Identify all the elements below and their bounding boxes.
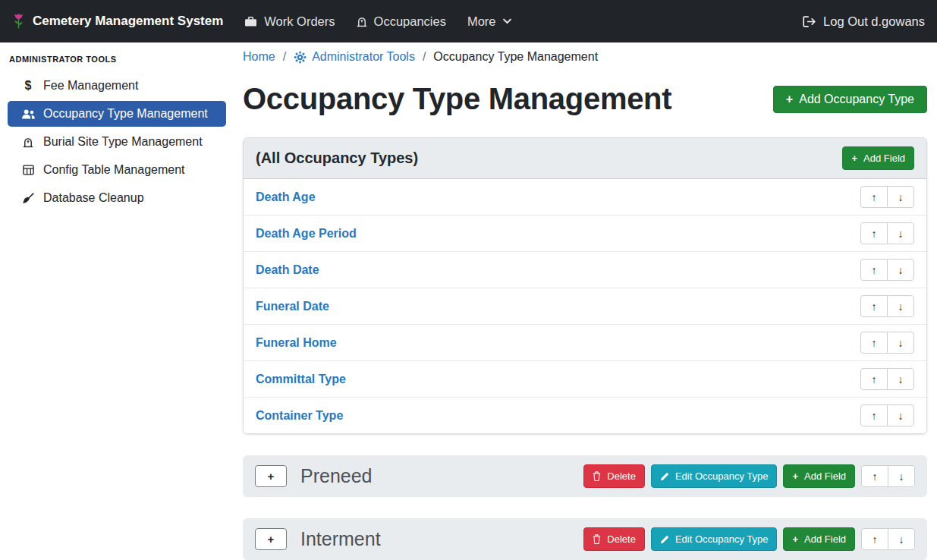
field-row: Container Type ↑ ↓ <box>244 397 926 433</box>
move-up-button[interactable]: ↑ <box>860 404 888 426</box>
plus-icon: + <box>786 93 793 106</box>
reorder-button-group: ↑ ↓ <box>860 222 914 244</box>
sidebar-item-config-table-management[interactable]: Config Table Management <box>8 157 226 183</box>
move-up-button[interactable]: ↑ <box>860 368 888 390</box>
delete-button[interactable]: Delete <box>583 464 645 488</box>
primary-nav: Work Orders Occupancies More <box>234 8 521 35</box>
occupancy-type-section-preneed: + Preneed Delete <box>243 455 927 497</box>
move-down-button[interactable]: ↓ <box>887 332 914 354</box>
move-down-button[interactable]: ↓ <box>887 368 914 390</box>
move-up-button[interactable]: ↑ <box>861 465 888 487</box>
top-navbar: Cemetery Management System Work Orders O… <box>0 0 937 42</box>
add-occupancy-type-button[interactable]: + Add Occupancy Type <box>773 86 927 113</box>
app-title: Cemetery Management System <box>33 14 223 29</box>
field-link-committal-type[interactable]: Committal Type <box>256 373 346 386</box>
sidebar-item-fee-management[interactable]: $ Fee Management <box>8 73 226 99</box>
field-link-funeral-date[interactable]: Funeral Date <box>256 300 329 313</box>
panel-header: (All Occupancy Types) + Add Field <box>244 138 926 179</box>
breadcrumb-separator: / <box>423 50 426 64</box>
field-row: Funeral Date ↑ ↓ <box>244 288 926 324</box>
work-orders-icon <box>244 16 257 27</box>
move-down-button[interactable]: ↓ <box>887 404 914 426</box>
panel-title: (All Occupancy Types) <box>256 149 418 167</box>
edit-occupancy-type-button[interactable]: Edit Occupancy Type <box>651 464 778 488</box>
chevron-down-icon <box>503 18 511 24</box>
add-field-button[interactable]: + Add Field <box>842 146 914 170</box>
sidebar-item-burial-site-type-management[interactable]: Burial Site Type Management <box>8 129 226 155</box>
page-header: Occupancy Type Management + Add Occupanc… <box>243 82 927 116</box>
field-row: Death Age Period ↑ ↓ <box>244 215 926 251</box>
page-title: Occupancy Type Management <box>243 82 671 116</box>
edit-occupancy-type-button[interactable]: Edit Occupancy Type <box>651 527 778 551</box>
field-row: Committal Type ↑ ↓ <box>244 360 926 397</box>
breadcrumb-home-link[interactable]: Home <box>243 50 275 64</box>
field-link-death-date[interactable]: Death Date <box>256 263 319 277</box>
breadcrumb-administrator-tools-link[interactable]: Administrator Tools <box>294 50 415 64</box>
field-row: Death Age ↑ ↓ <box>244 179 926 215</box>
plus-icon: + <box>851 153 857 164</box>
add-field-button[interactable]: + Add Field <box>783 527 855 551</box>
flower-logo-icon <box>12 13 25 30</box>
move-down-button[interactable]: ↓ <box>887 186 914 208</box>
move-down-button[interactable]: ↓ <box>887 295 914 317</box>
field-row: Funeral Home ↑ ↓ <box>244 324 926 360</box>
tombstone-icon <box>20 137 36 148</box>
broom-icon <box>20 193 36 204</box>
pencil-icon <box>660 472 669 481</box>
section-actions: Delete Edit Occupancy Type + Add Field ↑ <box>583 527 915 551</box>
sidebar-item-label: Fee Management <box>43 79 138 93</box>
sidebar-item-database-cleanup[interactable]: Database Cleanup <box>8 185 226 211</box>
field-row: Death Date ↑ ↓ <box>244 251 926 288</box>
reorder-button-group: ↑ ↓ <box>860 259 914 281</box>
reorder-button-group: ↑ ↓ <box>861 465 915 487</box>
move-up-button[interactable]: ↑ <box>860 259 888 281</box>
sidebar-item-label: Config Table Management <box>43 163 185 177</box>
breadcrumb-current: Occupancy Type Management <box>433 50 598 64</box>
sidebar-heading: Administrator Tools <box>8 49 226 73</box>
move-down-button[interactable]: ↓ <box>888 528 915 550</box>
occupancy-type-section-interment: + Interment Delete <box>243 518 927 560</box>
move-down-button[interactable]: ↓ <box>887 259 914 281</box>
field-link-funeral-home[interactable]: Funeral Home <box>256 336 337 350</box>
nav-work-orders[interactable]: Work Orders <box>234 8 345 35</box>
sidebar-item-label: Database Cleanup <box>43 191 144 205</box>
sidebar-item-label: Occupancy Type Management <box>43 107 208 121</box>
field-link-death-age-period[interactable]: Death Age Period <box>256 227 357 241</box>
move-up-button[interactable]: ↑ <box>860 186 888 208</box>
main-content: Home / Administrator Tools / Occupancy T… <box>228 42 937 560</box>
breadcrumb: Home / Administrator Tools / Occupancy T… <box>243 50 927 64</box>
delete-button[interactable]: Delete <box>583 527 645 551</box>
logout-icon <box>803 16 816 27</box>
move-up-button[interactable]: ↑ <box>861 528 888 550</box>
expand-section-button[interactable]: + <box>255 465 287 487</box>
section-title: Preneed <box>300 465 373 487</box>
sidebar-item-label: Burial Site Type Management <box>43 135 203 149</box>
app-brand[interactable]: Cemetery Management System <box>12 13 223 30</box>
pencil-icon <box>660 535 669 544</box>
move-up-button[interactable]: ↑ <box>860 222 888 244</box>
trash-icon <box>593 471 601 481</box>
sidebar-item-occupancy-type-management[interactable]: Occupancy Type Management <box>8 101 226 127</box>
trash-icon <box>593 534 601 544</box>
section-actions: Delete Edit Occupancy Type + Add Field ↑ <box>583 464 915 488</box>
nav-occupancies[interactable]: Occupancies <box>346 8 457 35</box>
field-link-container-type[interactable]: Container Type <box>256 409 343 423</box>
reorder-button-group: ↑ ↓ <box>860 332 914 354</box>
plus-icon: + <box>792 470 798 482</box>
occupancies-icon <box>357 16 367 27</box>
field-link-death-age[interactable]: Death Age <box>256 190 316 204</box>
reorder-button-group: ↑ ↓ <box>860 295 914 317</box>
move-up-button[interactable]: ↑ <box>860 332 888 354</box>
add-field-button[interactable]: + Add Field <box>783 464 855 488</box>
nav-more[interactable]: More <box>457 8 522 35</box>
logout-link[interactable]: Log Out d.gowans <box>803 14 925 29</box>
move-down-button[interactable]: ↓ <box>888 465 915 487</box>
section-title: Interment <box>300 528 381 550</box>
admin-tools-sidebar: Administrator Tools $ Fee Management Occ… <box>0 42 228 560</box>
move-down-button[interactable]: ↓ <box>887 222 914 244</box>
expand-section-button[interactable]: + <box>255 528 287 550</box>
reorder-button-group: ↑ ↓ <box>860 404 914 426</box>
gear-icon <box>294 51 307 64</box>
move-up-button[interactable]: ↑ <box>860 295 888 317</box>
plus-icon: + <box>792 533 798 545</box>
